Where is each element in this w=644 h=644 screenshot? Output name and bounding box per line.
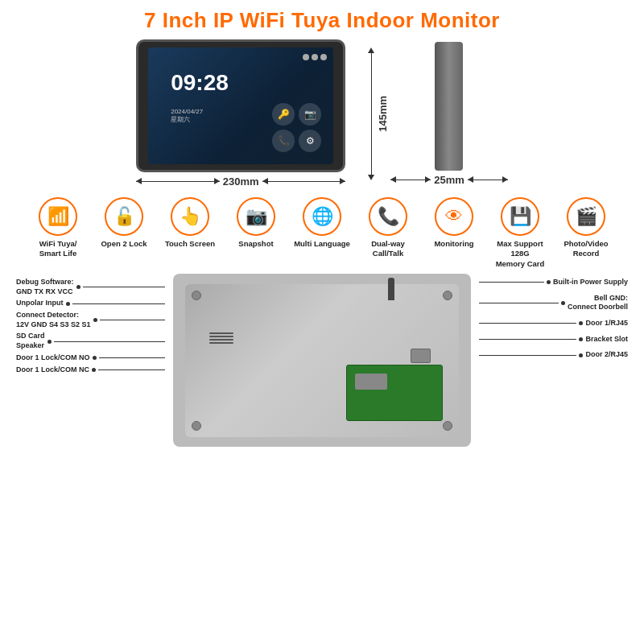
right-line-4 bbox=[479, 355, 576, 356]
feature-label-memory: Max Support 128GMemory Card bbox=[489, 239, 551, 269]
left-line-1 bbox=[72, 303, 166, 304]
grille-line-2 bbox=[209, 336, 233, 337]
left-dot-5 bbox=[92, 368, 96, 372]
feature-item-open-lock: 🔓 Open 2 Lock bbox=[93, 197, 155, 249]
right-dot-3 bbox=[579, 337, 583, 341]
right-label-text-0: Built-in Power Supply bbox=[553, 278, 628, 287]
feature-icon-monitoring: 👁 bbox=[435, 197, 473, 236]
right-label-text-3: Bracket Slot bbox=[585, 335, 628, 345]
vert-arrow-top bbox=[368, 47, 374, 53]
depth-dimension: 25mm bbox=[390, 174, 508, 186]
left-label-text-4: Door 1 Lock/COM NO bbox=[16, 353, 90, 363]
left-label-5: Door 1 Lock/COM NC bbox=[16, 365, 165, 375]
screw-br bbox=[443, 421, 452, 431]
feature-icon-wifi-tuya: 📶 bbox=[39, 197, 77, 236]
right-label-text-2: Door 1/RJ45 bbox=[585, 319, 628, 328]
ethernet-port bbox=[411, 349, 431, 363]
screen-time: 09:28 bbox=[171, 70, 229, 96]
screen-date: 2024/04/27星期六 bbox=[171, 108, 203, 124]
left-line-2 bbox=[100, 320, 165, 320]
right-dot-1 bbox=[561, 301, 565, 305]
right-line-1 bbox=[479, 303, 559, 303]
grille-line-3 bbox=[209, 339, 233, 341]
left-line-0 bbox=[83, 287, 165, 287]
feature-label-record: Photo/VideoRecord bbox=[564, 239, 608, 259]
feature-icon-dual-call: 📞 bbox=[369, 197, 407, 236]
feature-label-wifi-tuya: WiFi Tuya/Smart Life bbox=[39, 239, 77, 259]
right-label-text-1: Bell GND:Connect Doorbell bbox=[568, 294, 628, 312]
left-label-text-0: Debug Software:GND TX RX VCC bbox=[16, 278, 74, 296]
left-dot-3 bbox=[47, 340, 52, 344]
front-monitor-wrap: 09:28 2024/04/27星期六 🔑 📷 📞 ⚙ bbox=[136, 39, 345, 188]
back-panel-section: Debug Software:GND TX RX VCC Unpolar Inp… bbox=[16, 274, 628, 447]
feature-item-wifi-tuya: 📶 WiFi Tuya/Smart Life bbox=[27, 197, 89, 259]
vert-line-bar bbox=[371, 53, 372, 175]
status-icon-2 bbox=[312, 54, 318, 60]
feature-label-snapshot: Snapshot bbox=[238, 239, 273, 249]
depth-arrow-line bbox=[390, 180, 431, 180]
monitor-screen: 09:28 2024/04/27星期六 🔑 📷 📞 ⚙ bbox=[148, 47, 333, 164]
right-line-3 bbox=[479, 339, 576, 340]
left-label-3: SD CardSpeaker bbox=[16, 332, 165, 350]
app-icon-4: ⚙ bbox=[299, 130, 321, 152]
left-label-0: Debug Software:GND TX RX VCC bbox=[16, 278, 165, 296]
side-section: 145mm 25mm bbox=[361, 42, 508, 186]
feature-label-monitoring: Monitoring bbox=[434, 239, 473, 249]
height-label: 145mm bbox=[377, 96, 389, 132]
status-icon-1 bbox=[303, 54, 309, 60]
feature-icon-multi-lang: 🌐 bbox=[303, 197, 341, 236]
feature-label-dual-call: Dual-wayCall/Talk bbox=[371, 239, 405, 259]
right-label-4: Door 2/RJ45 bbox=[479, 350, 628, 360]
left-label-1: Unpolar Input bbox=[16, 299, 165, 308]
feature-icon-touch-screen: 👆 bbox=[171, 197, 209, 236]
pcb-connector bbox=[355, 374, 387, 390]
product-page: 7 Inch IP WiFi Tuya Indoor Monitor 09:28… bbox=[0, 0, 644, 644]
feature-icon-open-lock: 🔓 bbox=[105, 197, 143, 236]
feature-item-monitoring: 👁 Monitoring bbox=[423, 197, 485, 249]
vert-arrow-bottom bbox=[368, 175, 374, 180]
antenna bbox=[388, 278, 394, 300]
left-line-3 bbox=[54, 341, 165, 342]
pcb-board bbox=[346, 365, 443, 421]
front-monitor: 09:28 2024/04/27星期六 🔑 📷 📞 ⚙ bbox=[136, 39, 345, 172]
back-panel-inner bbox=[185, 284, 459, 437]
width-arrow-line bbox=[136, 181, 220, 182]
height-arrow bbox=[368, 47, 374, 180]
screen-app-grid: 🔑 📷 📞 ⚙ bbox=[272, 103, 321, 152]
grille-line-4 bbox=[209, 342, 233, 344]
left-labels: Debug Software:GND TX RX VCC Unpolar Inp… bbox=[16, 274, 165, 447]
screw-bl bbox=[192, 421, 201, 431]
left-line-5 bbox=[98, 369, 165, 370]
feature-item-dual-call: 📞 Dual-wayCall/Talk bbox=[357, 197, 419, 259]
side-monitor bbox=[435, 42, 463, 171]
right-dot-4 bbox=[579, 353, 583, 357]
left-label-text-2: Connect Detector:12V GND S4 S3 S2 S1 bbox=[16, 311, 91, 329]
feature-label-open-lock: Open 2 Lock bbox=[101, 239, 147, 249]
screw-tr bbox=[443, 291, 452, 300]
left-label-text-1: Unpolar Input bbox=[16, 299, 64, 308]
right-label-0: Built-in Power Supply bbox=[479, 278, 628, 287]
speaker-grille bbox=[209, 332, 233, 344]
status-icon-3 bbox=[320, 54, 327, 60]
width-label: 230mm bbox=[220, 175, 262, 188]
left-dot-1 bbox=[66, 302, 70, 306]
grille-line-1 bbox=[209, 332, 233, 334]
left-dot-4 bbox=[93, 356, 97, 360]
left-dot-2 bbox=[93, 318, 97, 322]
left-line-4 bbox=[99, 357, 165, 358]
left-label-4: Door 1 Lock/COM NO bbox=[16, 353, 165, 363]
right-label-text-4: Door 2/RJ45 bbox=[585, 350, 628, 360]
right-label-2: Door 1/RJ45 bbox=[479, 319, 628, 328]
right-line-2 bbox=[479, 323, 576, 324]
right-label-1: Bell GND:Connect Doorbell bbox=[479, 294, 628, 312]
feature-icon-snapshot: 📷 bbox=[237, 197, 275, 236]
screen-status-icons bbox=[303, 54, 327, 60]
feature-label-multi-lang: Multi Language bbox=[294, 239, 350, 249]
right-labels: Built-in Power Supply Bell GND:Connect D… bbox=[479, 274, 628, 447]
center-panel bbox=[165, 274, 479, 447]
app-icon-2: 📷 bbox=[299, 103, 321, 126]
feature-item-multi-lang: 🌐 Multi Language bbox=[291, 197, 353, 249]
feature-icon-memory: 💾 bbox=[501, 197, 539, 236]
feature-item-touch-screen: 👆 Touch Screen bbox=[159, 197, 221, 249]
feature-item-memory: 💾 Max Support 128GMemory Card bbox=[489, 197, 551, 269]
